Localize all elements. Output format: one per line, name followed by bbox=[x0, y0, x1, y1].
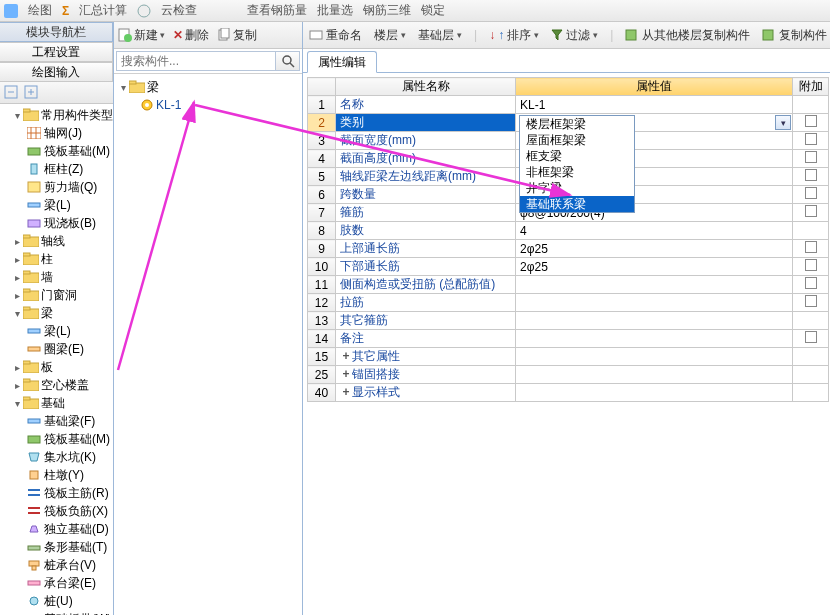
tree-folder[interactable]: ▸板 bbox=[0, 358, 113, 376]
property-add-cell[interactable] bbox=[793, 240, 829, 258]
property-add-cell[interactable] bbox=[793, 258, 829, 276]
property-row[interactable]: 1名称KL-1 bbox=[308, 96, 829, 114]
topbar-item[interactable]: 锁定 bbox=[421, 2, 445, 19]
property-name-cell[interactable]: 截面高度(mm) bbox=[336, 150, 516, 168]
tree-folder[interactable]: ▸墙 bbox=[0, 268, 113, 286]
property-add-cell[interactable] bbox=[793, 222, 829, 240]
property-name-cell[interactable]: 备注 bbox=[336, 330, 516, 348]
checkbox[interactable] bbox=[805, 169, 817, 181]
caret-right-icon[interactable]: ▸ bbox=[12, 272, 23, 283]
search-input[interactable] bbox=[116, 51, 276, 71]
topbar-item[interactable]: 钢筋三维 bbox=[363, 2, 411, 19]
delete-button[interactable]: ✕删除 bbox=[173, 27, 209, 44]
component-instance-tree[interactable]: ▾ 梁 KL-1 bbox=[114, 74, 302, 615]
topbar-item[interactable]: 汇总计算 bbox=[79, 2, 127, 19]
tree-leaf[interactable]: 基础梁(F) bbox=[0, 412, 113, 430]
caret-right-icon[interactable]: ▸ bbox=[12, 362, 23, 373]
topbar-item[interactable]: 云检查 bbox=[161, 2, 197, 19]
caret-right-icon[interactable]: ▸ bbox=[12, 236, 23, 247]
sort-button[interactable]: ↓↑排序▾ bbox=[489, 27, 539, 44]
checkbox[interactable] bbox=[805, 259, 817, 271]
expand-icon[interactable] bbox=[4, 85, 20, 101]
dropdown-toggle-icon[interactable]: ▾ bbox=[775, 115, 791, 130]
property-name-cell[interactable]: 轴线距梁左边线距离(mm) bbox=[336, 168, 516, 186]
collapse-icon[interactable] bbox=[24, 85, 40, 101]
tree-folder-beam[interactable]: ▾梁 bbox=[0, 304, 113, 322]
dropdown-option[interactable]: 楼层框架梁 bbox=[520, 116, 634, 132]
rename-button[interactable]: 重命名 bbox=[309, 27, 362, 44]
property-value-cell[interactable] bbox=[516, 294, 793, 312]
property-name-cell[interactable]: 侧面构造或受扭筋 (总配筋值) bbox=[336, 276, 516, 294]
property-row[interactable]: 40+显示样式 bbox=[308, 384, 829, 402]
tree-folder-foundation[interactable]: ▾基础 bbox=[0, 394, 113, 412]
property-add-cell[interactable] bbox=[793, 276, 829, 294]
component-tree[interactable]: ▾ 常用构件类型 轴网(J) 筏板基础(M) 框柱(Z) 剪力墙(Q) 梁(L)… bbox=[0, 104, 113, 615]
checkbox[interactable] bbox=[805, 241, 817, 253]
dropdown-option[interactable]: 基础联系梁 bbox=[520, 196, 634, 212]
tree-leaf[interactable]: 梁(L) bbox=[0, 322, 113, 340]
expand-plus-icon[interactable]: + bbox=[340, 349, 352, 363]
property-name-cell[interactable]: 截面宽度(mm) bbox=[336, 132, 516, 150]
tree-leaf[interactable]: 筏板负筋(X) bbox=[0, 502, 113, 520]
property-row[interactable]: 9上部通长筋2φ25 bbox=[308, 240, 829, 258]
tree-leaf[interactable]: 桩承台(V) bbox=[0, 556, 113, 574]
caret-right-icon[interactable]: ▸ bbox=[12, 290, 23, 301]
property-row[interactable]: 14备注 bbox=[308, 330, 829, 348]
tree-leaf[interactable]: 柱墩(Y) bbox=[0, 466, 113, 484]
property-value-cell[interactable]: KL-1 bbox=[516, 96, 793, 114]
caret-down-icon[interactable]: ▾ bbox=[118, 82, 129, 93]
caret-down-icon[interactable]: ▾ bbox=[12, 398, 23, 409]
project-settings-button[interactable]: 工程设置 bbox=[0, 42, 113, 62]
property-add-cell[interactable] bbox=[793, 168, 829, 186]
dropdown-option[interactable]: 非框架梁 bbox=[520, 164, 634, 180]
tree-leaf[interactable]: 筏板主筋(R) bbox=[0, 484, 113, 502]
property-row[interactable]: 25+锚固搭接 bbox=[308, 366, 829, 384]
property-add-cell[interactable] bbox=[793, 312, 829, 330]
property-value-cell[interactable] bbox=[516, 276, 793, 294]
tree-leaf[interactable]: 独立基础(D) bbox=[0, 520, 113, 538]
property-row[interactable]: 13其它箍筋 bbox=[308, 312, 829, 330]
tree-leaf[interactable]: 基础板带(W) bbox=[0, 610, 113, 615]
tree-folder[interactable]: ▸空心楼盖 bbox=[0, 376, 113, 394]
tree-leaf[interactable]: 桩(U) bbox=[0, 592, 113, 610]
floor-dropdown[interactable]: 楼层▾ bbox=[374, 27, 406, 44]
property-name-cell[interactable]: +其它属性 bbox=[336, 348, 516, 366]
topbar-item[interactable]: 批量选 bbox=[317, 2, 353, 19]
property-name-cell[interactable]: 箍筋 bbox=[336, 204, 516, 222]
tree-folder-common[interactable]: ▾ 常用构件类型 bbox=[0, 106, 113, 124]
property-add-cell[interactable] bbox=[793, 294, 829, 312]
expand-plus-icon[interactable]: + bbox=[340, 385, 352, 399]
property-name-cell[interactable]: 肢数 bbox=[336, 222, 516, 240]
new-button[interactable]: 新建▾ bbox=[118, 27, 165, 44]
tree-leaf[interactable]: 承台梁(E) bbox=[0, 574, 113, 592]
property-name-cell[interactable]: 跨数量 bbox=[336, 186, 516, 204]
property-name-cell[interactable]: 上部通长筋 bbox=[336, 240, 516, 258]
property-add-cell[interactable] bbox=[793, 330, 829, 348]
search-button[interactable] bbox=[276, 51, 300, 71]
property-row[interactable]: 10下部通长筋2φ25 bbox=[308, 258, 829, 276]
property-name-cell[interactable]: 名称 bbox=[336, 96, 516, 114]
tree-leaf[interactable]: 筏板基础(M) bbox=[0, 430, 113, 448]
property-name-cell[interactable]: 下部通长筋 bbox=[336, 258, 516, 276]
property-add-cell[interactable] bbox=[793, 348, 829, 366]
checkbox[interactable] bbox=[805, 115, 817, 127]
property-row[interactable]: 12拉筋 bbox=[308, 294, 829, 312]
property-name-cell[interactable]: 拉筋 bbox=[336, 294, 516, 312]
expand-plus-icon[interactable]: + bbox=[340, 367, 352, 381]
instance-root[interactable]: ▾ 梁 bbox=[116, 78, 300, 96]
instance-item[interactable]: KL-1 bbox=[116, 96, 300, 114]
tab-property-edit[interactable]: 属性编辑 bbox=[307, 51, 377, 73]
dropdown-option[interactable]: 井字梁 bbox=[520, 180, 634, 196]
tree-leaf[interactable]: 剪力墙(Q) bbox=[0, 178, 113, 196]
property-value-cell[interactable]: 4 bbox=[516, 222, 793, 240]
tree-leaf[interactable]: 圈梁(E) bbox=[0, 340, 113, 358]
tree-leaf[interactable]: 条形基础(T) bbox=[0, 538, 113, 556]
checkbox[interactable] bbox=[805, 187, 817, 199]
dropdown-option[interactable]: 框支梁 bbox=[520, 148, 634, 164]
checkbox[interactable] bbox=[805, 151, 817, 163]
checkbox[interactable] bbox=[805, 331, 817, 343]
tree-leaf[interactable]: 梁(L) bbox=[0, 196, 113, 214]
property-value-cell[interactable] bbox=[516, 330, 793, 348]
property-value-cell[interactable]: 2φ25 bbox=[516, 258, 793, 276]
property-value-cell[interactable] bbox=[516, 348, 793, 366]
